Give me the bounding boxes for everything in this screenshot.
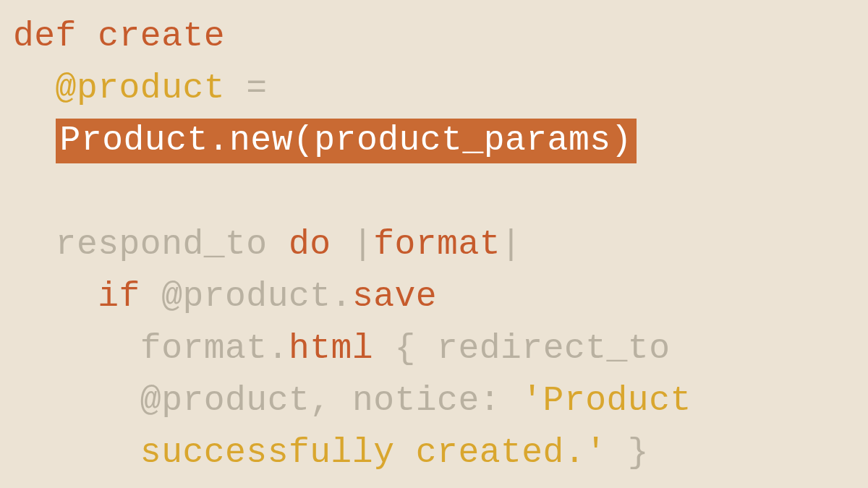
string-literal-1: 'Product xyxy=(522,381,712,420)
ivar-product-3: @product xyxy=(140,381,310,420)
notice-key: , notice: xyxy=(310,381,522,420)
code-block: def create @product = Product.new(produc… xyxy=(0,0,868,479)
dot-2: . xyxy=(268,329,289,368)
respond-to: respond_to xyxy=(56,225,289,264)
ivar-product-2: @product xyxy=(140,277,331,316)
string-literal-2: successfully created. xyxy=(140,433,585,472)
keyword-do: do xyxy=(289,225,331,264)
pipe-close: | xyxy=(501,225,522,264)
string-close: ' xyxy=(585,433,606,472)
keyword-def: def xyxy=(13,17,77,56)
redirect-to: { redirect_to xyxy=(373,329,692,368)
method-save: save xyxy=(352,277,437,316)
ivar-product: @product xyxy=(56,69,225,108)
highlighted-expression: Product.new(product_params) xyxy=(56,119,637,163)
brace-close: } xyxy=(607,433,650,472)
format-var: format xyxy=(140,329,268,368)
method-html: html xyxy=(289,329,373,368)
block-param-format: format xyxy=(373,225,501,264)
dot: . xyxy=(331,277,352,316)
method-name: create xyxy=(98,17,225,56)
equals: = xyxy=(225,69,289,108)
keyword-if: if xyxy=(98,277,140,316)
pipe-open: | xyxy=(331,225,374,264)
